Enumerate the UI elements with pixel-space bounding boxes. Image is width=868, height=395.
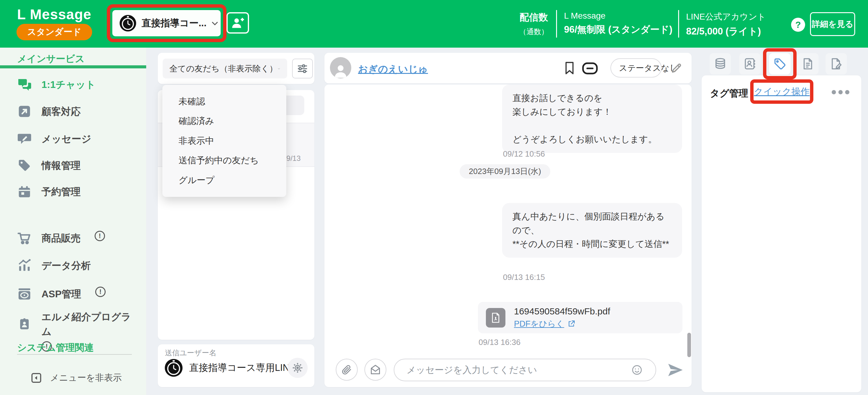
bookmark-icon	[564, 61, 575, 75]
sidebar-item-booking[interactable]: 予約管理	[17, 184, 139, 199]
sidebar-item-label: 情報管理	[41, 158, 81, 173]
template-message-button[interactable]	[364, 359, 386, 381]
edit-status-button[interactable]	[669, 60, 685, 76]
hide-menu-label: メニューを非表示	[50, 372, 122, 384]
tab-notes[interactable]	[797, 53, 818, 74]
id-badge-icon	[17, 317, 32, 332]
sliders-icon	[297, 63, 308, 74]
account-selector[interactable]: 直接指導コー...	[112, 10, 221, 36]
sidebar-divider	[0, 65, 146, 68]
chevron-down-icon	[210, 19, 219, 28]
main-sidebar: メインサービス 1:1チャット 顧客対応 メッセージ	[0, 48, 146, 395]
tab-forms[interactable]	[826, 53, 847, 74]
add-account-button[interactable]	[226, 12, 249, 34]
dropdown-option-group[interactable]: グループ	[162, 174, 286, 186]
person-icon	[332, 62, 349, 79]
tab-database[interactable]	[710, 53, 731, 74]
help-icon[interactable]: ?	[791, 18, 805, 32]
database-icon	[714, 57, 727, 70]
dropdown-option-unconfirmed[interactable]: 未確認	[162, 95, 286, 108]
message-bubble: 真ん中あたりに、個別面談日程があるので、 **その人の日程・時間に変更して送信*…	[502, 203, 682, 257]
lmessage-usage: L Message 96/無制限 (スタンダード)	[564, 11, 672, 36]
sender-avatar	[165, 359, 183, 377]
open-pdf-link[interactable]: PDFをひらく	[514, 318, 564, 329]
tab-contacts[interactable]	[739, 53, 761, 74]
annotation-box-quick-action: クイック操作	[750, 79, 813, 104]
bookmark-button[interactable]	[562, 60, 577, 76]
l-message-app: L Message スタンダード 直接指導コー...	[0, 0, 868, 395]
chat-input-row	[324, 359, 691, 387]
app-header: L Message スタンダード 直接指導コー...	[0, 0, 868, 48]
dropdown-option-hidden[interactable]: 非表示中	[162, 135, 286, 147]
sender-card: 送信ユーザー名 直接指導コース専用LINE	[158, 344, 314, 387]
pdf-file-icon	[486, 308, 505, 328]
sender-label: 送信ユーザー名	[165, 348, 216, 358]
emoji-button[interactable]	[631, 364, 643, 376]
copy-link-button[interactable]	[581, 61, 598, 75]
calendar-icon	[17, 184, 32, 199]
asp-icon	[17, 286, 32, 301]
sidebar-section-system: システム管理関連	[17, 341, 94, 354]
sidebar-item-label: 顧客対応	[41, 104, 81, 119]
chart-icon	[17, 258, 32, 273]
panel-title: タグ管理	[710, 87, 748, 100]
date-divider: 2023年09月13日(水)	[460, 164, 550, 179]
quick-action-link[interactable]: クイック操作	[754, 86, 810, 98]
chat-scrollbar[interactable]	[687, 333, 691, 357]
external-arrow-icon	[17, 104, 32, 119]
hide-menu-button[interactable]: メニューを非表示	[31, 372, 122, 384]
contact-avatar	[330, 57, 351, 79]
account-selector-label: 直接指導コー...	[142, 17, 207, 30]
cart-icon	[17, 231, 32, 245]
tag-panel: タグ管理 クイック操作	[702, 75, 861, 392]
sidebar-divider	[17, 354, 132, 355]
attach-file-button[interactable]	[336, 359, 358, 381]
friend-filter-select[interactable]: 全ての友だち（非表示除く）	[163, 59, 287, 79]
sidebar-item-analytics[interactable]: データ分析	[17, 258, 139, 273]
contact-book-icon	[743, 57, 756, 70]
message-timestamp: 09/13 16:36	[478, 338, 520, 347]
document-icon	[802, 57, 814, 70]
file-message: 1694590584f59wFb.pdf PDFをひらく	[478, 302, 682, 333]
gear-icon	[292, 362, 303, 374]
sidebar-item-label: 予約管理	[41, 184, 81, 199]
sidebar-item-label: 商品販売	[41, 231, 81, 245]
app-logo: L Message	[17, 6, 91, 23]
contact-name-link[interactable]: おぎのえいじゅ	[358, 63, 428, 76]
smiley-icon	[631, 364, 643, 376]
dropdown-option-confirmed[interactable]: 確認済み	[162, 115, 286, 127]
chevron-down-icon	[277, 65, 280, 73]
sender-settings-button[interactable]	[287, 358, 308, 378]
document-edit-icon	[830, 57, 843, 70]
status-select[interactable]: ステータスなし	[611, 58, 662, 78]
paperclip-icon	[341, 364, 352, 375]
tab-tags[interactable]	[769, 53, 790, 74]
sidebar-item-label: データ分析	[41, 258, 91, 273]
pencil-icon	[671, 62, 683, 74]
dropdown-option-scheduled[interactable]: 送信予約中の友だち	[162, 154, 286, 167]
view-details-button[interactable]: 詳細を見る	[810, 12, 855, 36]
sidebar-item-info[interactable]: 情報管理	[17, 158, 139, 173]
message-timestamp: 09/12 10:56	[503, 149, 545, 159]
message-bubble: 直接お話しできるのを 楽しみにしております！ どうぞよろしくお願いいたします。	[502, 85, 682, 153]
collapse-icon	[31, 372, 42, 384]
sidebar-item-asp[interactable]: ASP管理 !	[17, 286, 139, 301]
sidebar-item-sales[interactable]: 商品販売 !	[17, 231, 139, 245]
friend-filter-value: 全ての友だち（非表示除く）	[169, 63, 277, 74]
filter-settings-button[interactable]	[292, 59, 313, 79]
link-icon	[582, 62, 598, 75]
sidebar-item-message[interactable]: メッセージ	[17, 131, 139, 146]
sidebar-section-main: メインサービス	[17, 53, 85, 65]
external-link-icon	[567, 320, 575, 328]
message-input[interactable]	[394, 359, 656, 381]
plan-badge: スタンダード	[17, 24, 92, 40]
envelope-icon	[370, 364, 381, 375]
delivery-count-label: 配信数 （通数）	[517, 11, 551, 37]
sidebar-item-chat[interactable]: 1:1チャット	[17, 77, 139, 92]
send-button[interactable]	[667, 362, 683, 378]
file-name: 1694590584f59wFb.pdf	[514, 306, 610, 316]
chat-header: おぎのえいじゅ ステータスなし	[324, 53, 691, 83]
more-options-icon[interactable]	[832, 90, 849, 94]
chat-message-area: 直接お話しできるのを 楽しみにしております！ どうぞよろしくお願いいたします。 …	[324, 85, 691, 387]
sidebar-item-customer[interactable]: 顧客対応	[17, 104, 139, 119]
